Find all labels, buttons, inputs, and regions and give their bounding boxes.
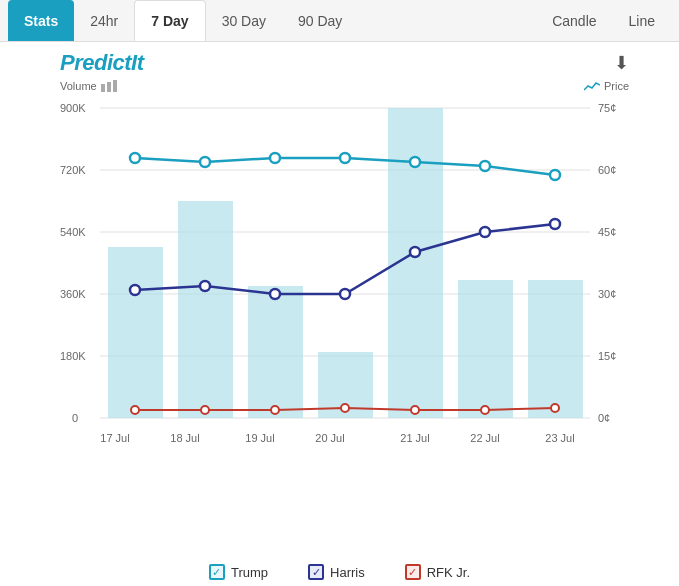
svg-text:540K: 540K <box>60 226 86 238</box>
svg-point-28 <box>130 153 140 163</box>
svg-point-31 <box>340 153 350 163</box>
svg-text:60¢: 60¢ <box>598 164 616 176</box>
rfk-checkbox[interactable]: ✓ <box>405 564 421 580</box>
svg-rect-27 <box>528 280 583 418</box>
legend-trump[interactable]: ✓ Trump <box>209 564 268 580</box>
svg-text:15¢: 15¢ <box>598 350 616 362</box>
svg-point-34 <box>550 170 560 180</box>
tab-candle[interactable]: Candle <box>536 0 612 41</box>
svg-text:30¢: 30¢ <box>598 288 616 300</box>
svg-text:19 Jul: 19 Jul <box>245 432 274 444</box>
tab-24hr[interactable]: 24hr <box>74 0 134 41</box>
svg-point-42 <box>131 406 139 414</box>
svg-rect-26 <box>458 280 513 418</box>
svg-text:900K: 900K <box>60 102 86 114</box>
tab-line[interactable]: Line <box>613 0 671 41</box>
bar-chart-icon <box>101 80 119 92</box>
svg-text:0¢: 0¢ <box>598 412 610 424</box>
svg-point-43 <box>201 406 209 414</box>
tab-bar: Stats 24hr 7 Day 30 Day 90 Day Candle Li… <box>0 0 679 42</box>
svg-point-36 <box>200 281 210 291</box>
svg-point-41 <box>550 219 560 229</box>
svg-rect-22 <box>178 201 233 418</box>
svg-point-30 <box>270 153 280 163</box>
chart-svg-wrapper: 900K 720K 540K 360K 180K 0 75¢ 60¢ 45¢ 3… <box>60 94 629 488</box>
volume-label: Volume <box>60 80 119 92</box>
harris-label: Harris <box>330 565 365 580</box>
tab-90day[interactable]: 90 Day <box>282 0 358 41</box>
price-label: Price <box>584 80 629 92</box>
svg-text:17 Jul: 17 Jul <box>100 432 129 444</box>
svg-point-35 <box>130 285 140 295</box>
svg-point-48 <box>551 404 559 412</box>
line-chart-icon <box>584 80 600 92</box>
trump-label: Trump <box>231 565 268 580</box>
svg-point-37 <box>270 289 280 299</box>
legend-rfk[interactable]: ✓ RFK Jr. <box>405 564 470 580</box>
svg-text:22 Jul: 22 Jul <box>470 432 499 444</box>
svg-point-38 <box>340 289 350 299</box>
harris-checkbox[interactable]: ✓ <box>308 564 324 580</box>
svg-point-29 <box>200 157 210 167</box>
rfk-label: RFK Jr. <box>427 565 470 580</box>
svg-text:18 Jul: 18 Jul <box>170 432 199 444</box>
legend-harris[interactable]: ✓ Harris <box>308 564 365 580</box>
trump-checkbox[interactable]: ✓ <box>209 564 225 580</box>
svg-text:45¢: 45¢ <box>598 226 616 238</box>
main-container: Stats 24hr 7 Day 30 Day 90 Day Candle Li… <box>0 0 679 586</box>
svg-point-47 <box>481 406 489 414</box>
svg-point-33 <box>480 161 490 171</box>
chart-area: PredictIt ⬇ Volume Price <box>0 42 679 554</box>
predictit-logo: PredictIt <box>60 50 144 76</box>
svg-rect-0 <box>101 84 105 92</box>
svg-point-32 <box>410 157 420 167</box>
chart-labels-row: Volume Price <box>60 80 629 92</box>
svg-text:23 Jul: 23 Jul <box>545 432 574 444</box>
svg-text:0: 0 <box>72 412 78 424</box>
svg-rect-2 <box>113 80 117 92</box>
download-button[interactable]: ⬇ <box>614 52 629 74</box>
svg-point-45 <box>341 404 349 412</box>
svg-text:75¢: 75¢ <box>598 102 616 114</box>
tab-stats[interactable]: Stats <box>8 0 74 41</box>
svg-rect-23 <box>248 286 303 418</box>
svg-point-44 <box>271 406 279 414</box>
svg-text:20 Jul: 20 Jul <box>315 432 344 444</box>
svg-text:180K: 180K <box>60 350 86 362</box>
chart-header: PredictIt ⬇ <box>60 50 629 76</box>
svg-text:21 Jul: 21 Jul <box>400 432 429 444</box>
main-chart: 900K 720K 540K 360K 180K 0 75¢ 60¢ 45¢ 3… <box>60 94 629 484</box>
tab-30day[interactable]: 30 Day <box>206 0 282 41</box>
svg-rect-1 <box>107 82 111 92</box>
svg-text:720K: 720K <box>60 164 86 176</box>
svg-rect-21 <box>108 247 163 418</box>
svg-text:360K: 360K <box>60 288 86 300</box>
legend: ✓ Trump ✓ Harris ✓ RFK Jr. <box>0 554 679 586</box>
svg-point-40 <box>480 227 490 237</box>
svg-point-39 <box>410 247 420 257</box>
svg-point-46 <box>411 406 419 414</box>
tab-7day[interactable]: 7 Day <box>134 0 205 41</box>
